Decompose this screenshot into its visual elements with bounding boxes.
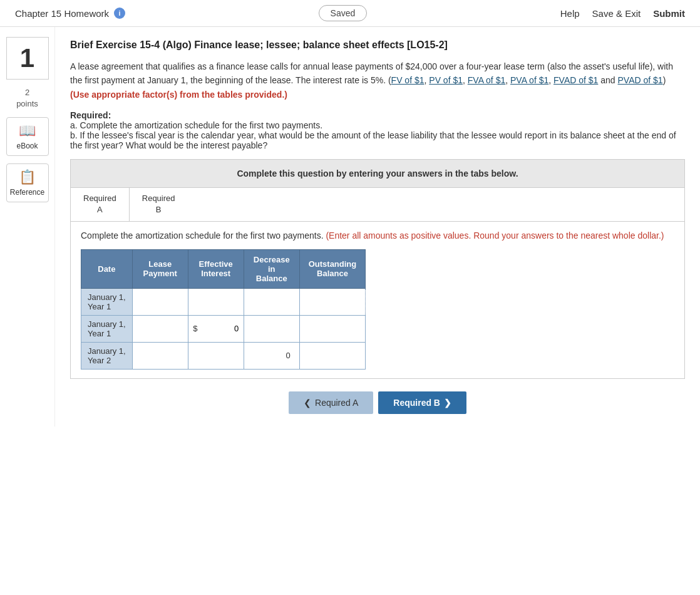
table-row: January 1,Year 1 $	[81, 315, 366, 342]
question-body: A lease agreement that qualifies as a fi…	[70, 59, 685, 101]
instructions-box: Complete this question by entering your …	[70, 159, 685, 188]
effective-interest-cell-row2[interactable]: $	[188, 315, 244, 342]
decrease-balance-cell-row3[interactable]: 0	[244, 342, 299, 369]
decrease-balance-cell-row1[interactable]	[244, 288, 299, 315]
points-value: 2	[25, 88, 29, 97]
sidebar: 1 2 points 📖 eBook 📋 Reference	[0, 27, 55, 427]
reference-box[interactable]: 📋 Reference	[6, 163, 49, 202]
tabs-row: RequiredA RequiredB	[70, 188, 685, 221]
reference-icon: 📋	[19, 169, 36, 185]
tab-instructions: Complete the amortization schedule for t…	[81, 230, 674, 241]
tab-required-a[interactable]: RequiredA	[71, 188, 130, 220]
red-instruction: (Use appropriate factor(s) from the tabl…	[70, 90, 287, 100]
content-area: Brief Exercise 15-4 (Algo) Finance lease…	[55, 27, 700, 427]
date-cell-row2: January 1,Year 1	[81, 315, 133, 342]
col-header-date: Date	[81, 249, 133, 288]
header-center: Saved	[319, 8, 368, 18]
header-right: Help Save & Exit Submit	[560, 8, 685, 19]
outstanding-balance-cell-row2[interactable]	[299, 315, 366, 342]
nav-buttons: ❮ Required A Required B ❯	[70, 391, 685, 414]
question-title: Brief Exercise 15-4 (Algo) Finance lease…	[70, 39, 685, 51]
outstanding-balance-input-row1[interactable]	[307, 297, 358, 306]
col-header-decrease-balance: DecreaseinBalance	[244, 249, 299, 288]
ebook-label: eBook	[16, 142, 38, 150]
ebook-icon: 📖	[19, 123, 36, 139]
page-header: Chapter 15 Homework i Saved Help Save & …	[0, 0, 700, 27]
points-text: points	[16, 99, 38, 108]
required-section: Required: a. Complete the amortization s…	[70, 110, 685, 150]
pvad-link[interactable]: PVAD of $1	[618, 75, 663, 85]
pva-link[interactable]: PVA of $1	[510, 75, 548, 85]
tab-instruction-text: Complete the amortization schedule for t…	[81, 230, 326, 241]
fvad-link[interactable]: FVAD of $1	[553, 75, 598, 85]
outstanding-balance-cell-row1[interactable]	[299, 288, 366, 315]
table-row: January 1,Year 2 0	[81, 342, 366, 369]
points-label: 2 points	[16, 87, 38, 110]
decrease-balance-cell-row2[interactable]	[244, 315, 299, 342]
pv-link[interactable]: PV of $1	[429, 75, 463, 85]
col-header-effective-interest: EffectiveInterest	[188, 249, 244, 288]
tab-required-b[interactable]: RequiredB	[130, 188, 188, 220]
info-icon[interactable]: i	[114, 8, 125, 19]
instructions-text: Complete this question by entering your …	[237, 168, 518, 178]
effective-interest-cell-row1[interactable]	[188, 288, 244, 315]
outstanding-balance-input-row3[interactable]	[307, 351, 358, 360]
fva-link[interactable]: FVA of $1	[468, 75, 505, 85]
lease-payment-input-row1[interactable]	[135, 297, 185, 306]
lease-payment-cell-row2[interactable]	[132, 315, 188, 342]
saved-badge: Saved	[319, 5, 368, 21]
question-number-box: 1	[6, 37, 49, 80]
lease-payment-input-row2[interactable]	[135, 324, 185, 333]
outstanding-balance-input-row2[interactable]	[307, 324, 358, 333]
effective-interest-input-row1[interactable]	[191, 297, 241, 306]
save-exit-link[interactable]: Save & Exit	[592, 8, 641, 19]
next-button[interactable]: Required B ❯	[378, 391, 466, 414]
lease-payment-input-row3[interactable]	[135, 351, 185, 360]
effective-interest-input-row3[interactable]	[191, 351, 241, 360]
lease-payment-cell-row3[interactable]	[132, 342, 188, 369]
dollar-sign-row2: $	[193, 324, 197, 333]
page-title: Chapter 15 Homework	[15, 8, 109, 19]
effective-interest-cell-row3[interactable]	[188, 342, 244, 369]
prev-button[interactable]: ❮ Required A	[289, 391, 373, 414]
reference-label: Reference	[10, 188, 44, 197]
prev-label: Required A	[315, 398, 358, 408]
col-header-lease-payment: LeasePayment	[132, 249, 188, 288]
main-container: 1 2 points 📖 eBook 📋 Reference Brief Exe…	[0, 27, 700, 427]
tab-content-required-a: Complete the amortization schedule for t…	[70, 222, 685, 379]
required-header: Required:	[70, 110, 111, 120]
date-cell-row1: January 1,Year 1	[81, 288, 133, 315]
req-b-text: b. If the lessee's fiscal year is the ca…	[70, 130, 676, 150]
req-a-text: a. Complete the amortization schedule fo…	[70, 120, 322, 130]
decrease-balance-input-row2[interactable]	[247, 324, 297, 333]
amortization-table: Date LeasePayment EffectiveInterest Decr…	[81, 249, 366, 370]
outstanding-balance-cell-row3[interactable]	[299, 342, 366, 369]
lease-payment-cell-row1[interactable]	[132, 288, 188, 315]
decrease-balance-input-row1[interactable]	[247, 297, 297, 306]
next-arrow: ❯	[444, 398, 451, 408]
date-cell-row3: January 1,Year 2	[81, 342, 133, 369]
tab-instruction-colored: (Enter all amounts as positive values. R…	[326, 230, 664, 241]
fv-link[interactable]: FV of $1	[391, 75, 425, 85]
next-label: Required B	[393, 398, 440, 408]
ebook-box[interactable]: 📖 eBook	[6, 117, 49, 156]
header-left: Chapter 15 Homework i	[15, 8, 125, 19]
prev-arrow: ❮	[304, 398, 311, 408]
submit-button[interactable]: Submit	[653, 8, 685, 19]
help-link[interactable]: Help	[560, 8, 580, 19]
col-header-outstanding-balance: OutstandingBalance	[299, 249, 366, 288]
question-number: 1	[20, 43, 34, 73]
table-row: January 1,Year 1	[81, 288, 366, 315]
effective-interest-input-row2[interactable]	[201, 324, 239, 333]
